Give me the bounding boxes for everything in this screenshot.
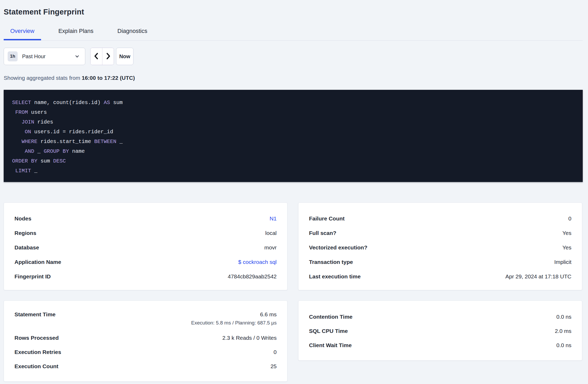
row-label: Failure Count	[309, 215, 345, 222]
row-value: Yes	[562, 244, 571, 251]
details-card-right: Failure Count 0 Full scan? Yes Vectorize…	[298, 203, 582, 290]
statement-time-breakdown: Execution: 5.8 ms / Planning: 687.5 µs	[191, 320, 277, 326]
row-value: 4784cb829aab2542	[228, 273, 277, 280]
row-label: Regions	[14, 230, 36, 236]
perf-row-contention-time: Contention Time 0.0 ns	[309, 310, 571, 324]
row-label: Execution Retries	[14, 349, 61, 355]
row-value: local	[265, 230, 277, 236]
detail-row-application-name: Application Name $ cockroach sql	[14, 255, 277, 269]
row-label: Execution Count	[14, 363, 58, 370]
row-label: Rows Processed	[14, 335, 59, 341]
performance-card-right: Contention Time 0.0 ns SQL CPU Time 2.0 …	[298, 301, 582, 361]
perf-row-execution-count: Execution Count 25	[14, 359, 277, 373]
row-label: Nodes	[14, 215, 31, 222]
detail-row-database: Database movr	[14, 240, 277, 255]
prev-range-button[interactable]	[91, 48, 102, 65]
row-label: Fingerprint ID	[14, 273, 51, 280]
row-value: 0	[568, 215, 571, 222]
application-name-link[interactable]: $ cockroach sql	[238, 259, 277, 265]
perf-row-statement-time: Statement Time 6.6 ms Execution: 5.8 ms …	[14, 311, 277, 326]
row-label: Statement Time	[14, 311, 56, 318]
time-range-selector[interactable]: 1h Past Hour	[4, 48, 85, 65]
tab-diagnostics[interactable]: Diagnostics	[111, 28, 154, 40]
row-value: 2.3 k Reads / 0 Writes	[222, 335, 277, 341]
sql-statement-box: SELECT name, count(rides.id) AS sum FROM…	[4, 90, 583, 182]
chevron-right-icon	[105, 52, 112, 61]
detail-row-failure-count: Failure Count 0	[309, 211, 571, 226]
row-label: Vectorized execution?	[309, 244, 367, 251]
perf-row-client-wait-time: Client Wait Time 0.0 ns	[309, 338, 571, 352]
perf-row-sql-cpu-time: SQL CPU Time 2.0 ms	[309, 324, 571, 338]
row-value: 0	[273, 349, 277, 355]
detail-row-transaction-type: Transaction type Implicit	[309, 255, 571, 269]
caption-time-range: 16:00 to 17:22 (UTC)	[82, 75, 135, 81]
caption-prefix: Showing aggregated stats from	[4, 75, 80, 81]
tab-explain-plans[interactable]: Explain Plans	[52, 28, 100, 40]
detail-row-regions: Regions local	[14, 226, 277, 240]
tab-overview[interactable]: Overview	[4, 28, 41, 40]
chevron-left-icon	[93, 52, 100, 61]
statement-fingerprint-page: Statement Fingerprint Overview Explain P…	[0, 0, 588, 382]
row-value: 0.0 ns	[556, 342, 571, 348]
row-label: Last execution time	[309, 273, 361, 280]
interval-badge: 1h	[8, 51, 18, 61]
time-controls: 1h Past Hour Now	[4, 48, 583, 65]
performance-card-left: Statement Time 6.6 ms Execution: 5.8 ms …	[4, 301, 287, 382]
page-title: Statement Fingerprint	[4, 7, 583, 16]
row-value: 25	[271, 363, 277, 370]
chevron-down-icon	[74, 54, 80, 59]
row-label: Database	[14, 244, 39, 251]
time-range-label: Past Hour	[22, 53, 46, 60]
row-value: Apr 29, 2024 at 17:18 UTC	[505, 273, 571, 280]
row-label: Full scan?	[309, 230, 336, 236]
detail-row-vectorized-execution: Vectorized execution? Yes	[309, 240, 571, 255]
row-value: 2.0 ms	[555, 328, 571, 334]
row-label: SQL CPU Time	[309, 328, 348, 334]
nodes-link[interactable]: N1	[270, 215, 277, 222]
row-label: Client Wait Time	[309, 342, 352, 348]
row-value: 6.6 ms	[260, 311, 277, 318]
detail-row-fingerprint-id: Fingerprint ID 4784cb829aab2542	[14, 269, 277, 284]
row-value: movr	[264, 244, 277, 251]
summary-cards: Nodes N1 Regions local Database movr App…	[4, 203, 583, 382]
row-label: Transaction type	[309, 259, 353, 265]
row-label: Application Name	[14, 259, 61, 265]
row-label: Contention Time	[309, 314, 352, 320]
perf-row-execution-retries: Execution Retries 0	[14, 345, 277, 359]
aggregated-stats-caption: Showing aggregated stats from 16:00 to 1…	[4, 75, 583, 81]
time-window-stepper	[90, 48, 114, 65]
detail-row-full-scan: Full scan? Yes	[309, 226, 571, 240]
next-range-button[interactable]	[102, 48, 114, 65]
detail-row-nodes: Nodes N1	[14, 211, 277, 226]
details-card-left: Nodes N1 Regions local Database movr App…	[4, 203, 287, 290]
sql-code: SELECT name, count(rides.id) AS sum FROM…	[12, 98, 574, 176]
perf-row-rows-processed: Rows Processed 2.3 k Reads / 0 Writes	[14, 331, 277, 345]
tab-bar: Overview Explain Plans Diagnostics	[4, 28, 583, 41]
now-button[interactable]: Now	[116, 48, 133, 65]
row-value: Yes	[562, 230, 571, 236]
detail-row-last-execution-time: Last execution time Apr 29, 2024 at 17:1…	[309, 269, 571, 284]
row-value: Implicit	[554, 259, 571, 265]
row-value: 0.0 ns	[556, 314, 571, 320]
